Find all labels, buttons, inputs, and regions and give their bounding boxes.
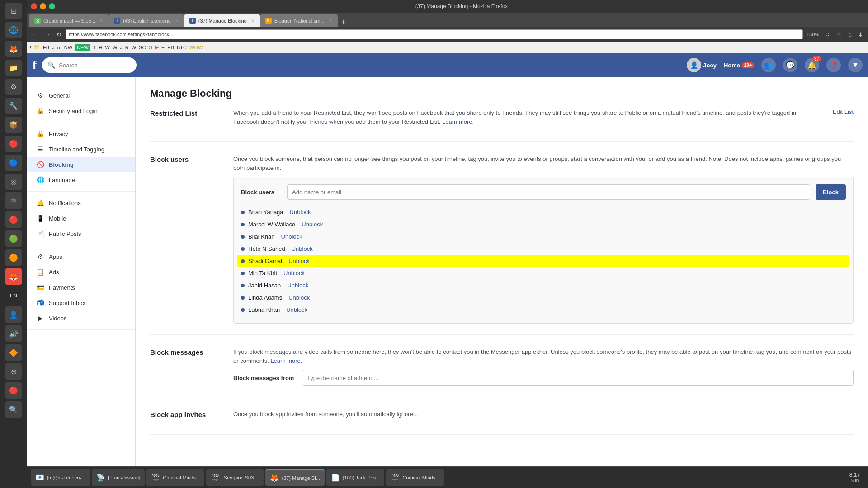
bookmark-j2[interactable]: J (120, 45, 123, 50)
sidebar-item-payments[interactable]: 💳 Payments (27, 280, 135, 295)
bookmark-nw[interactable]: NW (64, 45, 72, 50)
window-item-1[interactable]: 📡 [Transmission] (92, 469, 145, 486)
bookmark-t[interactable]: T (93, 45, 96, 50)
bookmark-wow[interactable]: WOW (189, 45, 203, 50)
taskbar-icon-10[interactable]: ◎ (5, 174, 22, 190)
star-icon[interactable]: ☆ (834, 30, 844, 39)
sidebar-item-privacy[interactable]: 🔒 Privacy (27, 126, 135, 141)
sidebar-item-timeline[interactable]: ☰ Timeline and Tagging (27, 141, 135, 157)
bookmark-j[interactable]: J (52, 45, 55, 50)
bookmark-0[interactable]: ! (30, 45, 31, 50)
sidebar-item-ads[interactable]: 📋 Ads (27, 264, 135, 280)
sidebar-item-mobile[interactable]: 📱 Mobile (27, 211, 135, 226)
url-bar[interactable] (66, 29, 803, 39)
taskbar-icon-sound[interactable]: 🔊 (5, 325, 22, 342)
window-item-2[interactable]: 🎬 Criminal.Minds... (146, 469, 204, 486)
taskbar-icon-7[interactable]: 📦 (5, 117, 22, 133)
block-messages-input[interactable] (302, 370, 854, 386)
tab-3[interactable]: B Blogger: Nationalism... × (260, 14, 338, 27)
sidebar-item-apps[interactable]: ⚙ Apps (27, 249, 135, 264)
taskbar-icon-en[interactable]: EN (5, 287, 22, 304)
taskbar-icon-8[interactable]: 🔴 (5, 136, 22, 152)
unblock-8[interactable]: Unblock (286, 306, 307, 313)
new-tab-button[interactable]: + (338, 18, 350, 27)
refresh-icon[interactable]: ↺ (823, 30, 832, 39)
nav-home[interactable]: Home 20+ (724, 62, 754, 69)
taskbar-icon-user[interactable]: 👤 (5, 306, 22, 323)
bookmark-new[interactable]: NEW (75, 44, 90, 51)
tab-2[interactable]: f (37) Manage Blocking × (184, 14, 260, 27)
taskbar-icon-12[interactable]: 🔴 (5, 211, 22, 228)
download-icon[interactable]: ⬇ (856, 30, 865, 39)
taskbar-icon-2[interactable]: 🌐 (5, 22, 22, 38)
minimize-button[interactable] (40, 3, 46, 9)
messenger-icon[interactable]: 💬 (783, 58, 797, 72)
tab-1[interactable]: f (43) English speaking × (108, 14, 184, 27)
tab-close-3[interactable]: × (329, 18, 332, 24)
taskbar-icon-6[interactable]: 🔧 (5, 98, 22, 114)
unblock-4[interactable]: Unblock (288, 258, 310, 264)
taskbar-icon-1[interactable]: ⊞ (5, 3, 22, 19)
bookmark-g[interactable]: G (148, 45, 152, 50)
taskbar-icon-5[interactable]: ⚙ (5, 79, 22, 95)
tab-close-2[interactable]: × (251, 18, 255, 24)
sidebar-item-security[interactable]: 🔒 Security and Login (27, 103, 135, 118)
close-button[interactable] (31, 3, 37, 9)
taskbar-icon-3[interactable]: 🦊 (5, 41, 22, 57)
taskbar-icon-vlc[interactable]: 🔶 (5, 344, 22, 361)
bookmark-btc[interactable]: BTC (177, 45, 187, 50)
back-button[interactable]: ← (30, 30, 40, 39)
unblock-6[interactable]: Unblock (287, 282, 308, 289)
window-item-6[interactable]: 🎬 Criminal.Minds... (386, 469, 444, 486)
sidebar-item-notifications[interactable]: 🔔 Notifications (27, 195, 135, 211)
window-item-5[interactable]: 📄 (100) Jack Pos... (326, 469, 385, 486)
sidebar-item-blocking[interactable]: 🚫 Blocking (27, 157, 135, 172)
bookmark-fb[interactable]: FB (43, 45, 49, 50)
bookmark-w2[interactable]: W (113, 45, 117, 50)
friends-icon[interactable]: 👥 (761, 58, 776, 72)
taskbar-icon-14[interactable]: 🟠 (5, 249, 22, 266)
sidebar-item-videos[interactable]: ▶ Videos (27, 310, 135, 326)
nav-user[interactable]: 👤 Joey (687, 58, 717, 72)
block-messages-learn-more[interactable]: Learn more. (270, 357, 302, 364)
tab-0[interactable]: S Create a post — Stee... × (29, 14, 108, 27)
window-item-0[interactable]: 📧 [m@m-Lenovo-... (31, 469, 90, 486)
search-input[interactable] (59, 62, 131, 69)
tab-close-0[interactable]: × (100, 18, 103, 24)
taskbar-icon-red[interactable]: 🔴 (5, 382, 22, 399)
taskbar-icon-13[interactable]: 🟢 (5, 230, 22, 247)
taskbar-icon-11[interactable]: ⚛ (5, 192, 22, 209)
window-item-4[interactable]: 🦊 (37) Manage Bl... (265, 469, 324, 486)
unblock-0[interactable]: Unblock (290, 209, 311, 216)
bookmark-eb[interactable]: EB (167, 45, 174, 50)
bookmark-m[interactable]: m (57, 45, 61, 50)
unblock-5[interactable]: Unblock (283, 270, 305, 277)
search-box[interactable]: 🔍 (42, 57, 137, 73)
block-user-input[interactable] (287, 184, 810, 200)
home-icon[interactable]: ⌂ (846, 30, 854, 39)
window-item-3[interactable]: 🎬 [Scorpion S03 ... (206, 469, 264, 486)
forward-button[interactable]: → (42, 30, 52, 39)
taskbar-icon-search[interactable]: 🔍 (5, 401, 22, 418)
bookmark-w1[interactable]: W (105, 45, 109, 50)
unblock-3[interactable]: Unblock (292, 245, 313, 252)
sidebar-item-general[interactable]: ⚙ General (27, 88, 135, 103)
unblock-1[interactable]: Unblock (302, 221, 323, 228)
help-icon[interactable]: ❓ (826, 58, 841, 72)
reload-button[interactable]: ↻ (54, 30, 64, 39)
unblock-7[interactable]: Unblock (288, 294, 310, 301)
taskbar-icon-bt[interactable]: ⊕ (5, 363, 22, 380)
restricted-list-learn-more[interactable]: Learn more. (442, 118, 474, 125)
bookmark-e[interactable]: E (161, 45, 165, 50)
bookmark-h[interactable]: H (99, 45, 103, 50)
block-button[interactable]: Block (816, 184, 846, 200)
bookmark-w3[interactable]: W (132, 45, 136, 50)
settings-dropdown-icon[interactable]: ▼ (848, 58, 863, 72)
bookmark-r[interactable]: R (125, 45, 129, 50)
sidebar-item-language[interactable]: 🌐 Language (27, 172, 135, 188)
tab-close-1[interactable]: × (175, 18, 179, 24)
sidebar-item-public-posts[interactable]: 📄 Public Posts (27, 226, 135, 241)
sidebar-item-support-inbox[interactable]: 📬 Support Inbox (27, 295, 135, 310)
edit-list-button[interactable]: Edit List (833, 108, 854, 131)
bookmark-1[interactable]: 📁 (34, 44, 40, 50)
